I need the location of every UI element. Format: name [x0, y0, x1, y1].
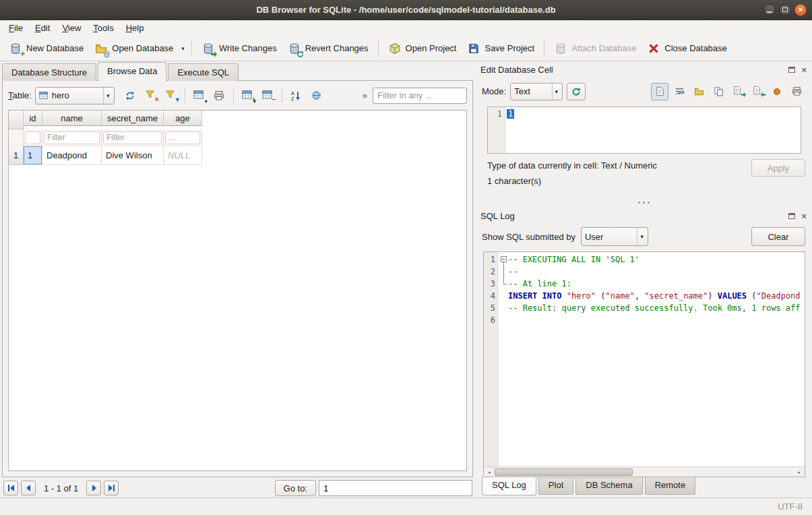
prev-page-icon: [24, 483, 33, 493]
main-tabs: Database Structure Browse Data Execute S…: [0, 61, 475, 80]
scroll-left-button[interactable]: ◂: [484, 467, 495, 477]
sql-log-controls: Show SQL submitted by User ▾ Clear: [475, 224, 812, 251]
scroll-thumb[interactable]: [495, 468, 633, 476]
first-page-button[interactable]: [3, 481, 18, 495]
filter-input-age[interactable]: ...: [165, 131, 200, 144]
save-project-button[interactable]: Save Project: [462, 38, 540, 59]
sort-icon: A Z: [290, 90, 301, 101]
save-filter-button[interactable]: ▾: [162, 87, 179, 104]
close-database-button[interactable]: Close Database: [642, 38, 732, 59]
cell-name[interactable]: Deadpond: [42, 146, 102, 165]
refresh-button[interactable]: [122, 87, 139, 104]
save-table-button[interactable]: ▾: [191, 87, 208, 104]
tab-sql-log[interactable]: SQL Log: [482, 477, 536, 495]
print-table-button[interactable]: [211, 87, 228, 104]
filter-input-name[interactable]: Filter: [44, 131, 100, 144]
set-null-button[interactable]: [768, 83, 786, 100]
filter-input-id[interactable]: [25, 131, 40, 144]
column-header-age[interactable]: age: [164, 111, 202, 126]
submitter-selector[interactable]: User ▾: [581, 227, 648, 246]
cell-age[interactable]: NULL: [164, 146, 202, 165]
word-wrap-button[interactable]: [670, 83, 688, 100]
next-page-button[interactable]: [86, 481, 101, 495]
print-icon: [214, 90, 224, 101]
menu-item-view[interactable]: View: [56, 21, 87, 35]
row-number-header[interactable]: [9, 111, 24, 129]
sql-log-view[interactable]: 1−-- EXECUTING ALL IN 'SQL 1'2--3-- At l…: [483, 251, 805, 477]
cell-id[interactable]: 1: [24, 146, 42, 165]
delete-record-button[interactable]: −: [259, 87, 276, 104]
controls-separator: [233, 88, 234, 103]
export-button[interactable]: [749, 83, 766, 100]
tab-remote[interactable]: Remote: [645, 477, 696, 495]
maximize-button[interactable]: [779, 4, 791, 16]
print-cell-icon: [792, 86, 802, 96]
window-title: DB Browser for SQLite - /home/user/code/…: [0, 5, 812, 15]
cell-editor[interactable]: 1 1: [487, 107, 801, 154]
toolbar-overflow-chevron[interactable]: »: [361, 90, 369, 100]
open-database-dropdown[interactable]: ▾: [179, 38, 187, 59]
insert-record-button[interactable]: + ▾: [239, 87, 256, 104]
clear-button[interactable]: Clear: [751, 227, 805, 246]
tab-plot[interactable]: Plot: [538, 477, 573, 495]
word-wrap-icon: [675, 86, 685, 96]
prev-page-button[interactable]: [21, 481, 36, 495]
data-grid[interactable]: id name secret_name age Filter Filter ..…: [8, 110, 467, 471]
open-project-button[interactable]: Open Project: [383, 38, 462, 59]
menu-item-help[interactable]: Help: [120, 21, 150, 35]
close-dock-icon[interactable]: ×: [801, 65, 807, 74]
filter-input-secret-name[interactable]: Filter: [103, 131, 162, 144]
global-filter-input[interactable]: [373, 88, 467, 104]
editor-line-number: 1: [497, 109, 502, 119]
clear-filters-button[interactable]: ×: [142, 87, 159, 104]
splitter-handle[interactable]: [475, 197, 812, 208]
refresh-cell-button[interactable]: [567, 83, 586, 100]
refresh-icon: [125, 90, 135, 101]
goto-input[interactable]: [319, 480, 472, 496]
table-selector[interactable]: hero ▾: [35, 87, 115, 104]
revert-changes-button[interactable]: Revert Changes: [282, 38, 374, 59]
horizontal-scrollbar[interactable]: ◂ ▸: [484, 466, 805, 477]
menu-item-file[interactable]: File: [3, 21, 29, 35]
copy-button[interactable]: [710, 83, 727, 100]
print-cell-button[interactable]: [788, 83, 805, 100]
cell-content[interactable]: 1: [505, 107, 801, 153]
column-header-secret-name[interactable]: secret_name: [102, 111, 164, 126]
submitter-selector-value: User: [585, 232, 633, 242]
fold-marker-icon[interactable]: −: [499, 253, 508, 266]
open-file-button[interactable]: [690, 83, 708, 100]
open-database-button[interactable]: Open Database: [89, 38, 179, 59]
mode-selector[interactable]: Text ▾: [510, 83, 563, 100]
selected-text: 1: [507, 109, 514, 119]
table-selector-caret: ▾: [103, 88, 113, 104]
column-header-name[interactable]: name: [42, 111, 102, 126]
row-number[interactable]: 1: [9, 146, 24, 165]
tab-database-structure[interactable]: Database Structure: [2, 63, 96, 81]
tab-browse-data[interactable]: Browse Data: [98, 62, 166, 81]
minimize-button[interactable]: [763, 4, 776, 16]
sql-line-number: 5: [484, 302, 499, 314]
float-dock-icon[interactable]: [788, 67, 795, 73]
tab-execute-sql[interactable]: Execute SQL: [168, 63, 239, 81]
goto-button[interactable]: Go to:: [275, 480, 316, 496]
scroll-right-button[interactable]: ▸: [794, 467, 805, 477]
encoding-button[interactable]: [308, 87, 325, 104]
sql-log-title: SQL Log: [480, 211, 515, 221]
menu-item-tools[interactable]: Tools: [87, 21, 119, 35]
import-icon: [732, 86, 744, 97]
last-page-button[interactable]: [104, 481, 119, 495]
close-button[interactable]: ×: [794, 4, 807, 16]
sort-button[interactable]: A Z: [288, 87, 305, 104]
float-dock-icon[interactable]: [788, 213, 795, 219]
menu-item-edit[interactable]: Edit: [29, 21, 56, 35]
tab-db-schema[interactable]: DB Schema: [575, 477, 642, 495]
new-database-button[interactable]: + New Database: [3, 38, 89, 59]
text-mode-button[interactable]: [651, 83, 668, 100]
cell-secret-name[interactable]: Dive Wilson: [102, 146, 164, 165]
close-dock-icon[interactable]: ×: [801, 212, 807, 220]
sql-line-text: -- EXECUTING ALL IN 'SQL 1': [508, 253, 805, 266]
import-button[interactable]: [729, 83, 747, 100]
column-header-id[interactable]: id: [24, 111, 42, 126]
write-changes-button[interactable]: Write Changes: [196, 38, 282, 59]
submitter-selector-caret: ▾: [637, 228, 646, 245]
